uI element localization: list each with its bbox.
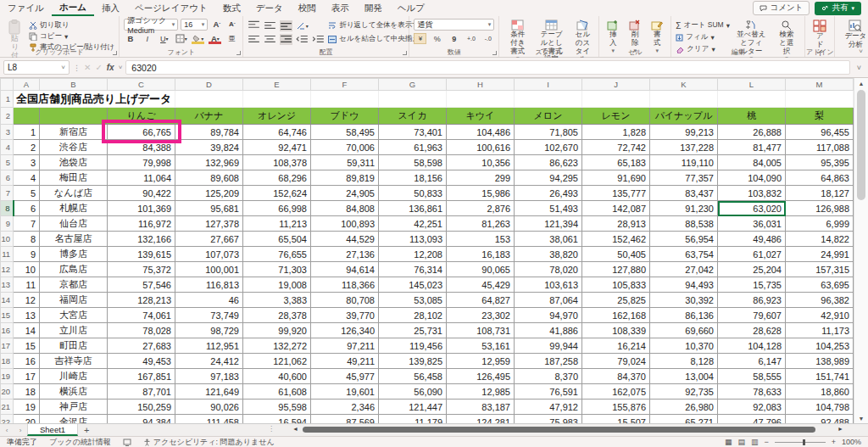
cell-I9[interactable]: 121,394 xyxy=(515,216,582,232)
cell-F5[interactable]: 59,311 xyxy=(311,155,379,170)
cell-I7[interactable]: 26,493 xyxy=(515,186,582,201)
data-analysis-button[interactable]: データ分析 xyxy=(839,19,868,50)
cell-A9[interactable]: 7 xyxy=(14,216,40,232)
cell-B21[interactable]: 神戸店 xyxy=(40,400,108,415)
column-header-A[interactable]: A xyxy=(14,79,40,91)
vertical-scroll-thumb[interactable] xyxy=(857,90,865,200)
zoom-level[interactable]: 100% xyxy=(842,438,861,446)
row-header-6[interactable]: 6 xyxy=(1,170,14,186)
cell-H4[interactable]: 100,616 xyxy=(447,140,515,155)
cell-L7[interactable]: 103,832 xyxy=(718,186,786,201)
cell-H19[interactable]: 126,495 xyxy=(447,369,515,384)
cell-G11[interactable]: 12,208 xyxy=(379,247,447,262)
cell-A20[interactable]: 18 xyxy=(14,384,40,400)
zoom-out-button[interactable]: − xyxy=(764,438,768,446)
cell-B5[interactable]: 池袋店 xyxy=(40,155,108,170)
cell-D17[interactable]: 112,951 xyxy=(175,338,243,354)
cell-K7[interactable]: 83,437 xyxy=(650,186,718,201)
cell-K12[interactable]: 27,042 xyxy=(650,262,718,277)
cell-K18[interactable]: 8,128 xyxy=(650,354,718,369)
share-button[interactable]: 共有 ▾ xyxy=(815,2,861,15)
cell-F19[interactable]: 45,977 xyxy=(311,369,379,384)
cell-M17[interactable]: 104,253 xyxy=(786,338,854,354)
cell-C7[interactable]: 90,422 xyxy=(108,186,175,201)
cell-K21[interactable]: 26,980 xyxy=(650,400,718,415)
cell-B8[interactable]: 札幌店 xyxy=(40,201,108,216)
ribbon-tab-0[interactable]: ファイル xyxy=(0,0,52,16)
product-header-J2[interactable]: レモン xyxy=(582,108,650,125)
cell-E20[interactable]: 61,608 xyxy=(243,384,311,400)
row-header-19[interactable]: 19 xyxy=(1,369,14,384)
cell-E5[interactable]: 108,378 xyxy=(243,155,311,170)
column-header-C[interactable]: C xyxy=(108,79,175,91)
cell-A7[interactable]: 5 xyxy=(14,186,40,201)
cell-F6[interactable]: 89,819 xyxy=(311,170,379,186)
cell-G3[interactable]: 73,401 xyxy=(379,125,447,140)
cell-F8[interactable]: 84,808 xyxy=(311,201,379,216)
cell-M18[interactable]: 138,989 xyxy=(786,354,854,369)
workbook-stats-button[interactable]: ブックの統計情報 xyxy=(49,437,111,447)
cell-C22[interactable]: 94,384 xyxy=(108,415,175,424)
row-header-10[interactable]: 10 xyxy=(1,232,14,247)
cell-K8[interactable]: 91,230 xyxy=(650,201,718,216)
cell-B13[interactable]: 京都店 xyxy=(40,277,108,293)
column-header-K[interactable]: K xyxy=(650,79,718,91)
cell-C5[interactable]: 79,998 xyxy=(108,155,175,170)
cell-H16[interactable]: 108,731 xyxy=(447,323,515,338)
cell-J12[interactable]: 127,880 xyxy=(582,262,650,277)
cell-A14[interactable]: 12 xyxy=(14,293,40,308)
row-header-1[interactable]: 1 xyxy=(1,91,14,108)
collapse-ribbon-icon[interactable]: ˅ xyxy=(859,47,863,55)
cell-B16[interactable]: 立川店 xyxy=(40,323,108,338)
currency-format-button[interactable]: ¥ xyxy=(414,33,426,44)
cell-F15[interactable]: 39,770 xyxy=(311,308,379,323)
autosum-button[interactable]: Σ オート SUM ▾ xyxy=(676,20,730,31)
product-header-K2[interactable]: パイナップル xyxy=(650,108,718,125)
cut-button[interactable]: 切り取り xyxy=(29,20,114,31)
cell-A22[interactable]: 20 xyxy=(14,415,40,424)
cell-M8[interactable]: 126,988 xyxy=(786,201,854,216)
cell-L12[interactable]: 25,204 xyxy=(718,262,786,277)
page-break-view-button[interactable]: ▥ xyxy=(751,438,759,446)
cell-I4[interactable]: 102,670 xyxy=(515,140,582,155)
cell-D11[interactable]: 107,073 xyxy=(175,247,243,262)
font-size-combo[interactable]: 16 ▾ xyxy=(181,19,208,31)
page-layout-view-button[interactable]: ▤ xyxy=(737,438,745,446)
cell-L6[interactable]: 104,090 xyxy=(718,170,786,186)
increase-font-button[interactable]: Aˆ xyxy=(210,19,223,30)
copy-button[interactable]: コピー ▾ xyxy=(29,31,114,42)
cell-L20[interactable]: 78,633 xyxy=(718,384,786,400)
cell-M16[interactable]: 11,173 xyxy=(786,323,854,338)
cell-D15[interactable]: 73,749 xyxy=(175,308,243,323)
cell-H14[interactable]: 64,827 xyxy=(447,293,515,308)
scroll-up-icon[interactable]: ▲ xyxy=(854,78,868,88)
ribbon-tab-2[interactable]: 挿入 xyxy=(94,0,127,16)
cell-E6[interactable]: 68,296 xyxy=(243,170,311,186)
cell-A5[interactable]: 3 xyxy=(14,155,40,170)
cell-K15[interactable]: 86,136 xyxy=(650,308,718,323)
cell-K17[interactable]: 10,370 xyxy=(650,338,718,354)
sheet-title-cell[interactable]: 全国店舗別商品売り上げデータ xyxy=(14,91,175,108)
cell-G9[interactable]: 42,251 xyxy=(379,216,447,232)
cell-G14[interactable]: 53,085 xyxy=(379,293,447,308)
product-header-C2[interactable]: りんご xyxy=(108,108,175,125)
row-header-7[interactable]: 7 xyxy=(1,186,14,201)
ribbon-tab-9[interactable]: ヘルプ xyxy=(390,0,432,16)
cell-B10[interactable]: 名古屋店 xyxy=(40,232,108,247)
font-color-button[interactable]: A▾ xyxy=(209,33,221,44)
cell-B6[interactable]: 梅田店 xyxy=(40,170,108,186)
cell-L17[interactable]: 104,128 xyxy=(718,338,786,354)
cell-J10[interactable]: 152,462 xyxy=(582,232,650,247)
cell-M15[interactable]: 42,910 xyxy=(786,308,854,323)
cell-I12[interactable]: 78,020 xyxy=(515,262,582,277)
cell-D1[interactable] xyxy=(175,91,243,108)
row-header-16[interactable]: 16 xyxy=(1,323,14,338)
row-header-17[interactable]: 17 xyxy=(1,338,14,354)
comma-style-button[interactable]: 9 xyxy=(448,33,460,44)
cell-B4[interactable]: 渋谷店 xyxy=(40,140,108,155)
cell-E16[interactable]: 99,920 xyxy=(243,323,311,338)
cell-H18[interactable]: 12,959 xyxy=(447,354,515,369)
cell-F21[interactable]: 2,346 xyxy=(311,400,379,415)
cell-E14[interactable]: 3,383 xyxy=(243,293,311,308)
cell-B19[interactable]: 川崎店 xyxy=(40,369,108,384)
